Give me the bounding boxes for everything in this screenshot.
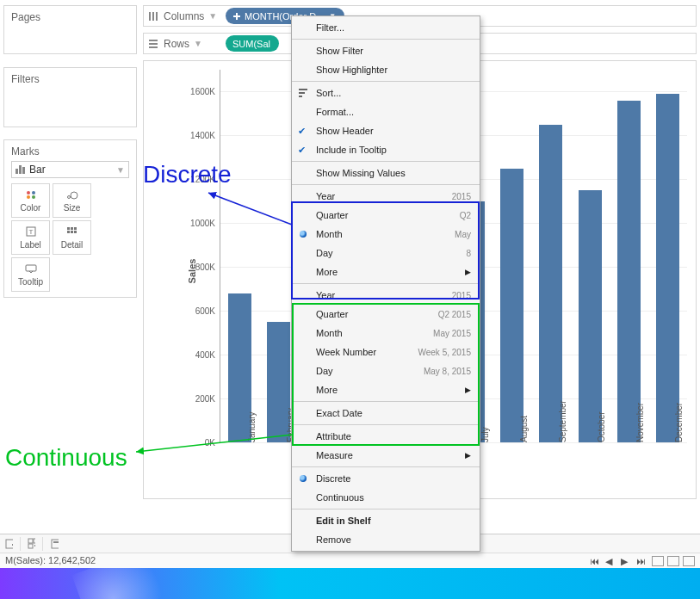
x-tick: October	[593, 411, 606, 442]
menu-remove[interactable]: Remove	[292, 530, 480, 549]
marks-btn-label: Size	[64, 203, 80, 213]
dropdown-caret-icon: ▼	[194, 39, 202, 48]
menu-attribute[interactable]: Attribute	[292, 427, 480, 446]
dropdown-caret-icon: ▼	[116, 165, 125, 175]
x-tick: September	[554, 400, 567, 442]
rows-pill-sum-sales[interactable]: SUM(Sal	[226, 35, 279, 52]
svg-rect-6	[149, 43, 158, 45]
svg-rect-19	[67, 231, 70, 233]
menu-continuous-quarter[interactable]: QuarterQ2 2015	[292, 305, 480, 324]
marks-card[interactable]: Marks Bar ▼ Color Size TLabel Detail Too…	[3, 139, 137, 298]
view-mode-icons: ⏮ ◀ ▶ ⏭	[590, 555, 695, 566]
menu-include-tooltip[interactable]: ✔Include in Tooltip	[292, 140, 480, 159]
menu-continuous-year[interactable]: Year2015	[292, 286, 480, 305]
svg-rect-18	[74, 227, 77, 230]
menu-discrete-month[interactable]: MonthMay	[292, 225, 480, 244]
annotation-discrete-label: Discrete	[143, 161, 232, 188]
nav-last-icon[interactable]: ⏭	[636, 556, 648, 566]
nav-prev-icon[interactable]: ◀	[605, 556, 617, 566]
svg-rect-21	[74, 231, 77, 233]
svg-rect-29	[12, 544, 13, 546]
x-tick: November	[632, 403, 645, 442]
detail-icon	[67, 225, 77, 238]
radio-selected-icon	[300, 475, 307, 482]
bar[interactable]	[579, 190, 602, 442]
menu-continuous[interactable]: Continuous	[292, 488, 480, 507]
svg-rect-36	[52, 540, 59, 548]
svg-rect-23	[299, 89, 307, 90]
svg-text:T: T	[28, 228, 33, 236]
menu-discrete[interactable]: Discrete	[292, 469, 480, 488]
svg-rect-17	[71, 227, 73, 230]
nav-first-icon[interactable]: ⏮	[590, 556, 602, 566]
marks-tooltip-button[interactable]: Tooltip	[11, 257, 50, 292]
check-icon: ✔	[298, 126, 306, 137]
view-grid-icon[interactable]	[652, 556, 664, 566]
bar[interactable]	[539, 125, 562, 442]
svg-rect-37	[53, 541, 59, 543]
marks-btn-label: Detail	[61, 240, 84, 250]
radio-selected-icon	[300, 231, 307, 238]
menu-continuous-day[interactable]: DayMay 8, 2015	[292, 361, 480, 380]
menu-show-highlighter[interactable]: Show Highlighter	[292, 60, 480, 79]
y-tick: 0K	[205, 438, 220, 448]
nav-next-icon[interactable]: ▶	[621, 556, 633, 566]
menu-sort[interactable]: Sort...	[292, 83, 480, 102]
check-icon: ✔	[298, 145, 306, 156]
svg-rect-31	[28, 539, 33, 543]
y-tick: 800K	[195, 262, 220, 272]
menu-show-header[interactable]: ✔Show Header	[292, 121, 480, 140]
marks-detail-button[interactable]: Detail	[53, 220, 91, 255]
svg-rect-16	[67, 227, 70, 230]
marks-type-select[interactable]: Bar ▼	[11, 161, 129, 178]
dropdown-caret-icon: ▼	[208, 11, 217, 21]
tooltip-icon	[25, 262, 37, 275]
menu-measure[interactable]: Measure▶	[292, 446, 480, 465]
menu-show-filter[interactable]: Show Filter	[292, 41, 480, 60]
new-worksheet-icon[interactable]	[5, 537, 21, 551]
marks-label-button[interactable]: TLabel	[11, 220, 50, 255]
new-story-icon[interactable]	[50, 537, 65, 551]
view-large-icon[interactable]	[683, 556, 695, 566]
marks-btn-label: Color	[21, 203, 41, 213]
marks-size-button[interactable]: Size	[53, 183, 91, 218]
svg-rect-1	[152, 12, 154, 21]
marks-buttons: Color Size TLabel Detail Tooltip	[11, 183, 129, 292]
marks-color-button[interactable]: Color	[11, 183, 50, 218]
y-tick: 200K	[195, 394, 220, 404]
menu-discrete-quarter[interactable]: QuarterQ2	[292, 206, 480, 225]
status-text: M(Sales): 12,642,502	[5, 555, 96, 566]
pages-title: Pages	[11, 11, 129, 23]
menu-continuous-month[interactable]: MonthMay 2015	[292, 324, 480, 343]
menu-exact-date[interactable]: Exact Date	[292, 404, 480, 423]
menu-filter[interactable]: Filter...	[292, 18, 480, 37]
pages-card[interactable]: Pages	[3, 5, 137, 54]
status-bar: M(Sales): 12,642,502 ⏮ ◀ ▶ ⏭	[0, 553, 700, 568]
view-thumb-icon[interactable]	[667, 556, 679, 566]
bar[interactable]	[617, 101, 641, 442]
svg-rect-34	[34, 545, 35, 547]
new-dashboard-icon[interactable]	[28, 537, 43, 551]
y-tick: 400K	[195, 350, 220, 360]
plus-icon	[232, 12, 241, 21]
menu-continuous-more[interactable]: More▶	[292, 380, 480, 399]
y-tick: 600K	[195, 306, 220, 316]
columns-icon	[147, 10, 159, 22]
svg-point-10	[27, 195, 30, 199]
menu-discrete-year[interactable]: Year2015	[292, 187, 480, 206]
menu-continuous-week[interactable]: Week NumberWeek 5, 2015	[292, 343, 480, 361]
bar[interactable]	[500, 169, 523, 442]
color-icon	[25, 188, 37, 201]
menu-format[interactable]: Format...	[292, 102, 480, 121]
svg-rect-7	[149, 46, 158, 48]
menu-discrete-more[interactable]: More▶	[292, 262, 480, 281]
svg-point-11	[32, 195, 35, 199]
svg-rect-32	[34, 539, 35, 543]
marks-title: Marks	[11, 145, 129, 157]
menu-discrete-day[interactable]: Day8	[292, 244, 480, 262]
menu-show-missing[interactable]: Show Missing Values	[292, 164, 480, 182]
filters-card[interactable]: Filters	[3, 67, 137, 127]
menu-edit-in-shelf[interactable]: Edit in Shelf	[292, 511, 480, 530]
x-tick: December	[671, 403, 684, 442]
bar[interactable]	[656, 94, 679, 442]
